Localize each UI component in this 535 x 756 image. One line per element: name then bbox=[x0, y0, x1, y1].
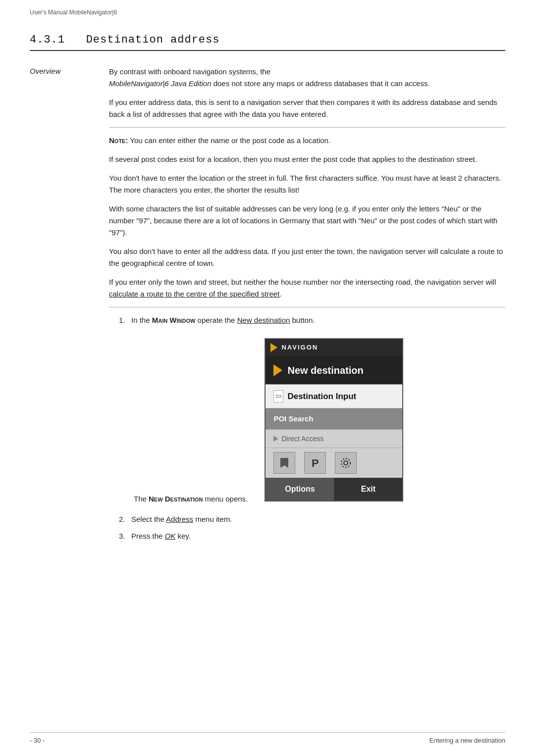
page-header: User's Manual MobileNavigator|6 bbox=[0, 0, 535, 19]
new-destination-link[interactable]: New destination bbox=[237, 316, 290, 324]
nav-icons-row: P bbox=[266, 448, 402, 478]
underline-text: calculate a route to the centre of the s… bbox=[109, 290, 279, 298]
new-dest-caps: New Destination bbox=[149, 495, 203, 503]
nav-icon-settings[interactable] bbox=[335, 452, 357, 474]
step-3: 3. Press the OK key. bbox=[119, 530, 505, 542]
nav-destination-input-item[interactable]: ▭ Destination Input bbox=[266, 384, 402, 408]
nav-icon-bookmark[interactable] bbox=[273, 452, 295, 474]
divider-1 bbox=[109, 127, 505, 128]
nav-options-button[interactable]: Options bbox=[266, 478, 334, 501]
svg-point-1 bbox=[341, 458, 350, 467]
steps-section: 1. In the Main Window operate the New de… bbox=[109, 314, 505, 542]
nav-direct-label: Direct Access bbox=[281, 433, 323, 444]
note-paragraph: Note: You can enter either the name or t… bbox=[109, 135, 505, 147]
paragraph-6: You also don't have to enter all the add… bbox=[109, 246, 505, 269]
paragraph-4: You don't have to enter the location or … bbox=[109, 172, 505, 196]
nav-poi-label: POI Search bbox=[273, 414, 313, 423]
paragraph-3: If several post codes exist for a locati… bbox=[109, 153, 505, 165]
paragraph-2: If you enter address data, this is sent … bbox=[109, 97, 505, 120]
main-window-label: Main Window bbox=[152, 316, 196, 324]
ok-link[interactable]: OK bbox=[165, 532, 176, 540]
nav-direct-access-item[interactable]: Direct Access bbox=[266, 430, 402, 448]
nav-menu: NAVIGON New destination ▭ Destination In… bbox=[265, 338, 403, 502]
nav-logo-arrow-icon bbox=[270, 343, 277, 352]
step-2: 2. Select the Address menu item. bbox=[119, 513, 505, 525]
direct-access-arrow-icon bbox=[273, 436, 278, 442]
nav-new-destination-item[interactable]: New destination bbox=[266, 356, 402, 384]
nav-dest-input-label: Destination Input bbox=[287, 390, 356, 403]
paragraph-7: If you enter only the town and street, b… bbox=[109, 276, 505, 300]
footer-page-number: - 30 - bbox=[30, 737, 45, 744]
page-content: 4.3.1 Destination address Overview By co… bbox=[0, 19, 535, 577]
step-3-num: 3. bbox=[119, 532, 129, 540]
paragraph-1: By contrast with onboard navigation syst… bbox=[109, 66, 505, 90]
step-1-sub: The New Destination menu opens. NAVIGON … bbox=[134, 331, 505, 508]
new-dest-arrow-icon bbox=[273, 364, 282, 376]
nav-logo-text: NAVIGON bbox=[281, 343, 318, 353]
nav-poi-search-item[interactable]: POI Search bbox=[266, 408, 402, 430]
footer-section-title: Entering a new destination bbox=[429, 737, 505, 744]
page-footer: - 30 - Entering a new destination bbox=[30, 732, 505, 744]
nav-exit-button[interactable]: Exit bbox=[334, 478, 402, 501]
nav-menu-screenshot: NAVIGON New destination ▭ Destination In… bbox=[265, 338, 403, 502]
svg-point-0 bbox=[344, 461, 348, 465]
step-1: 1. In the Main Window operate the New de… bbox=[119, 314, 505, 326]
nav-icon-parking[interactable]: P bbox=[304, 452, 326, 474]
paragraph-5: With some characters the list of suitabl… bbox=[109, 203, 505, 239]
nav-new-dest-label: New destination bbox=[287, 362, 363, 378]
dest-input-icon: ▭ bbox=[273, 390, 283, 403]
step-1-num: 1. bbox=[119, 316, 129, 324]
step-2-num: 2. bbox=[119, 515, 129, 523]
brand-name: MobileNavigator|6 Java Edition bbox=[109, 79, 212, 88]
address-link[interactable]: Address bbox=[166, 515, 193, 523]
divider-2 bbox=[109, 307, 505, 307]
overview-label: Overview bbox=[30, 66, 109, 547]
overview-section: Overview By contrast with onboard naviga… bbox=[30, 66, 505, 547]
header-text: User's Manual MobileNavigator|6 bbox=[30, 9, 117, 16]
nav-header: NAVIGON bbox=[266, 339, 402, 356]
nav-bottom-row: Options Exit bbox=[266, 478, 402, 501]
note-label: Note: bbox=[109, 136, 128, 145]
section-title: 4.3.1 Destination address bbox=[30, 34, 505, 51]
overview-content: By contrast with onboard navigation syst… bbox=[109, 66, 505, 547]
